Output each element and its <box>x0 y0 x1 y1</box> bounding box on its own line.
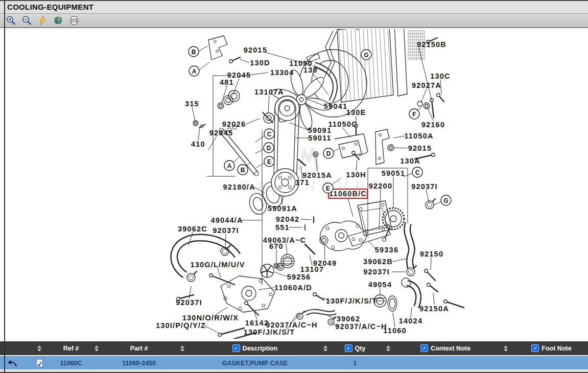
callout-D[interactable]: D <box>264 143 274 153</box>
part-label[interactable]: 315 <box>185 100 199 108</box>
part-label[interactable]: 171 <box>295 178 310 186</box>
part-label[interactable]: 92026 <box>222 120 246 128</box>
part-label[interactable]: 92150A <box>419 305 449 313</box>
column-label: Foot Note <box>542 345 571 352</box>
svg-text:E: E <box>326 185 330 192</box>
column-header-part[interactable]: Part # <box>105 345 173 352</box>
part-label[interactable]: 410 <box>191 140 205 148</box>
part-label[interactable]: 130F/J/K/S/T <box>244 328 295 336</box>
part-label[interactable]: 130A <box>400 157 420 165</box>
column-header-qty[interactable]: ✓Qty <box>333 344 377 352</box>
callout-D[interactable]: D <box>323 148 334 158</box>
part-label[interactable]: 13107A <box>254 88 284 96</box>
callout-G[interactable]: G <box>361 50 371 60</box>
part-label[interactable]: 551 <box>275 223 290 231</box>
part-label[interactable]: 92037I <box>213 226 239 235</box>
cell-desc: GASKET,PUMP CASE <box>192 360 318 367</box>
cell-part: 11060-2450 <box>105 360 173 367</box>
highlighted-part-label[interactable]: 11060B/C <box>329 190 367 198</box>
callout-G[interactable]: G <box>441 195 451 205</box>
part-label[interactable]: 59336 <box>375 246 398 254</box>
sort-arrows[interactable] <box>88 345 105 352</box>
part-label[interactable]: 39062 <box>337 315 360 323</box>
part-label[interactable]: 130C <box>430 72 450 80</box>
part-label[interactable]: 39062B <box>363 258 393 266</box>
part-label[interactable]: 59091A <box>268 204 297 213</box>
parts-diagram: EAVENTURE92015130D1105013013304920454811… <box>0 29 588 339</box>
hotspots-icon[interactable] <box>53 15 64 26</box>
column-checkbox-desc[interactable]: ✓ <box>232 344 240 352</box>
part-label[interactable]: 11060A/D <box>274 284 312 292</box>
sort-arrows[interactable] <box>25 345 54 352</box>
part-label[interactable]: 11050A <box>404 132 433 140</box>
part-label[interactable]: 92027A <box>412 81 441 89</box>
part-label[interactable]: 92045 <box>209 129 233 137</box>
part-label[interactable]: 130I/P/Q/Y/Z <box>156 321 206 330</box>
part-label[interactable]: 11060 <box>383 327 407 335</box>
part-label[interactable]: 39062C <box>178 225 207 233</box>
part-label[interactable]: 92150B <box>417 40 446 49</box>
part-label[interactable]: 13107 <box>300 265 324 273</box>
part-label[interactable]: 92037/A/C~H <box>335 322 387 331</box>
part-label[interactable]: 49054 <box>368 281 392 289</box>
callout-C[interactable]: C <box>412 167 422 177</box>
part-label[interactable]: 130N/O/R/W/X <box>182 314 239 322</box>
part-label[interactable]: 59041 <box>324 102 347 110</box>
part-label[interactable]: 130F/J/K/S/T <box>326 297 378 305</box>
sort-arrows[interactable] <box>173 345 192 352</box>
callout-B[interactable]: B <box>238 165 248 175</box>
table-row[interactable]: 11060C11060-2450GASKET,PUMP CASE1 <box>0 356 588 369</box>
svg-text:A: A <box>192 68 197 75</box>
part-label[interactable]: 92015 <box>244 46 267 54</box>
column-checkbox-context[interactable]: ✓ <box>420 344 428 352</box>
part-label[interactable]: 130G/L/M/U/V <box>190 261 245 269</box>
sort-arrows[interactable] <box>491 345 520 352</box>
print-icon[interactable] <box>68 15 80 26</box>
callout-F[interactable]: F <box>409 109 419 119</box>
part-label[interactable]: 92180/A <box>223 183 255 191</box>
part-label[interactable]: 92015A <box>302 171 332 179</box>
part-label[interactable]: 130 <box>303 66 318 74</box>
part-label[interactable]: 59051 <box>382 169 405 177</box>
column-header-foot[interactable]: ✓Foot Note <box>520 344 583 352</box>
part-label[interactable]: 670 <box>269 242 284 250</box>
column-checkbox-qty[interactable]: ✓ <box>345 344 352 352</box>
flash-icon[interactable] <box>37 15 48 26</box>
part-label[interactable]: 130E <box>346 108 366 116</box>
zoom-in-icon[interactable] <box>5 15 16 26</box>
part-label[interactable]: 92037I <box>363 268 390 276</box>
part-label[interactable]: 16142 <box>245 319 269 327</box>
callout-A[interactable]: A <box>224 160 234 171</box>
part-label[interactable]: 14024 <box>399 317 422 325</box>
part-label[interactable]: 59011 <box>308 134 332 142</box>
part-label[interactable]: 92037I <box>176 298 202 307</box>
part-label[interactable]: 130H <box>346 171 366 179</box>
part-label[interactable]: 11050C <box>328 120 357 128</box>
callout-E[interactable]: E <box>264 156 274 167</box>
zoom-out-icon[interactable] <box>21 15 32 26</box>
part-label[interactable]: 92042 <box>276 215 299 223</box>
part-label[interactable]: 92150 <box>420 250 443 258</box>
callout-E[interactable]: E <box>323 183 333 193</box>
sort-arrows[interactable] <box>318 345 333 352</box>
column-header-context[interactable]: ✓Context Note <box>399 344 491 352</box>
part-label[interactable]: 59091 <box>308 126 332 134</box>
part-label[interactable]: 59256 <box>287 273 311 281</box>
callout-A[interactable]: A <box>189 66 199 76</box>
sort-arrows[interactable] <box>377 345 399 352</box>
part-label[interactable]: 13304 <box>270 68 294 77</box>
part-label[interactable]: 130D <box>250 59 270 67</box>
callout-B[interactable]: B <box>189 46 199 57</box>
part-label[interactable]: 49044/A <box>210 216 243 224</box>
part-label[interactable]: 92200 <box>369 182 392 190</box>
column-header-desc[interactable]: ✓Description <box>192 344 318 352</box>
column-header-ref[interactable]: Ref # <box>54 345 88 352</box>
part-label[interactable]: 92160 <box>421 121 445 129</box>
callout-C[interactable]: C <box>264 129 274 139</box>
edit-note-icon[interactable] <box>25 359 54 367</box>
part-label[interactable]: 92015 <box>408 144 432 152</box>
title-bar: COOLING-EQUIPMENT <box>0 1 588 14</box>
column-checkbox-foot[interactable]: ✓ <box>531 344 539 352</box>
part-label[interactable]: 481 <box>220 78 234 86</box>
part-label[interactable]: 92037I <box>411 182 438 191</box>
